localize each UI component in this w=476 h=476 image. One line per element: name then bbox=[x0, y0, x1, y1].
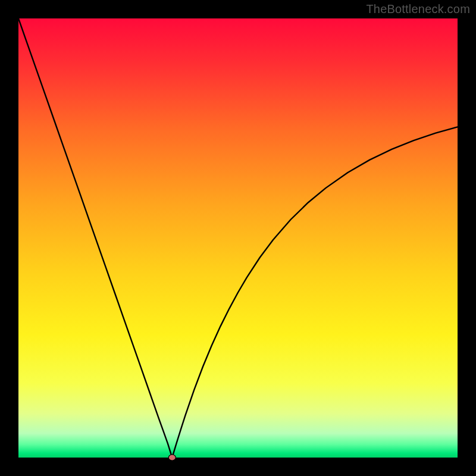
watermark-label: TheBottleneck.com bbox=[366, 2, 470, 16]
chart-canvas: TheBottleneck.com bbox=[0, 0, 476, 476]
gradient-background bbox=[18, 18, 458, 458]
bottleneck-chart bbox=[0, 0, 476, 476]
minimum-marker bbox=[168, 455, 176, 461]
